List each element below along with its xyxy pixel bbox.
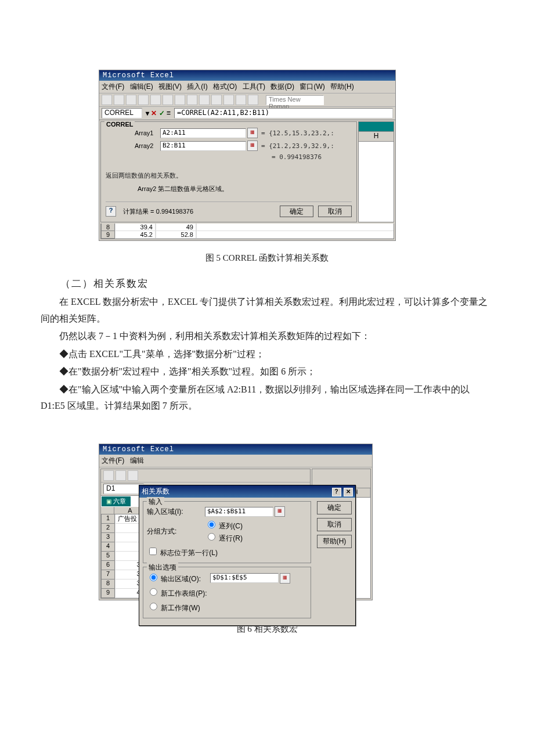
menu-tools[interactable]: 工具(T) [243, 82, 265, 91]
dropdown-icon[interactable]: ▾ [146, 109, 149, 117]
column-header-h[interactable]: H [359, 132, 394, 142]
bullet-1-text: 点击 EXCEL"工具"菜单，选择"数据分析"过程； [68, 349, 265, 359]
cell-b8[interactable]: 49 [156, 224, 196, 231]
function-name: CORREL [104, 121, 135, 128]
chart-icon[interactable] [236, 95, 246, 105]
row-header[interactable]: 8 [101, 579, 115, 589]
menu-window[interactable]: 窗口(W) [300, 82, 324, 91]
bullet-3: ◆在"输入区域"中输入两个变量所在区域 A2:B11，数据以列排列，输出区域选择… [41, 381, 493, 415]
new-icon[interactable] [103, 470, 114, 481]
array2-preview: = {21.2,23.9,32.9,: [261, 142, 334, 150]
labels-checkbox-label: 标志位于第一行(L) [160, 549, 218, 557]
bullet-1: ◆点击 EXCEL"工具"菜单，选择"数据分析"过程； [41, 346, 493, 363]
toolbar: Times New Roman [99, 93, 395, 107]
cell-a9[interactable]: 45.2 [115, 231, 156, 239]
row-header[interactable]: 4 [101, 542, 115, 552]
range-picker-icon[interactable]: ▦ [275, 506, 285, 517]
undo-icon[interactable] [187, 95, 197, 105]
menu-view[interactable]: 视图(V) [158, 82, 182, 91]
open-icon[interactable] [114, 95, 124, 105]
open-icon[interactable] [116, 470, 126, 481]
menu-file[interactable]: 文件(F) [102, 82, 124, 91]
row-header[interactable]: 5 [101, 552, 115, 561]
sort-asc-icon[interactable] [211, 95, 222, 105]
row-header[interactable]: 3 [101, 533, 115, 542]
array2-input[interactable]: B2:B11 [160, 141, 246, 151]
sort-desc-icon[interactable] [223, 95, 234, 105]
ok-button[interactable]: 确定 [317, 501, 352, 514]
help-icon[interactable]: ? [332, 488, 341, 496]
input-range-field[interactable]: $A$2:$B$11 [205, 507, 273, 517]
cut-icon[interactable] [150, 95, 161, 105]
formula-bar: CORREL ▾ ✕ ✓ = =CORREL(A2:A11,B2:B11) [99, 107, 395, 120]
function-arguments-dialog: CORREL Array1 A2:A11 ▦ = {12.5,15.3,23.2… [100, 121, 357, 222]
redo-icon[interactable] [199, 95, 210, 105]
cancel-button[interactable]: 取消 [318, 206, 352, 217]
workbook-tab[interactable]: ▣ 六章 [102, 496, 131, 506]
menu-file[interactable]: 文件(F) [102, 456, 124, 465]
select-all-corner[interactable] [101, 507, 114, 514]
by-row-label: 逐行(R) [219, 534, 243, 542]
function-description: 返回两组数值的相关系数。 [106, 171, 352, 180]
formula-input[interactable]: =CORREL(A2:A11,B2:B11) [174, 108, 393, 118]
save-icon[interactable] [126, 95, 136, 105]
name-box[interactable]: D1 [103, 484, 144, 494]
menu-edit[interactable]: 编辑(E) [130, 82, 153, 91]
paste-icon[interactable] [175, 95, 185, 105]
row-header[interactable]: 2 [101, 524, 115, 533]
row-header[interactable]: 6 [101, 561, 115, 570]
help-icon[interactable] [248, 95, 258, 105]
menu-insert[interactable]: 插入(I) [187, 82, 207, 91]
bullet-2: ◆在"数据分析"宏过程中，选择"相关系数"过程。如图 6 所示； [41, 363, 493, 380]
by-column-label: 逐列(C) [219, 522, 243, 530]
equals-icon[interactable]: = [167, 109, 171, 117]
copy-icon[interactable] [163, 95, 173, 105]
input-group: 输入 输入区域(I): $A$2:$B$11 ▦ 分组方式: 逐列(C) [143, 501, 311, 563]
confirm-edit-icon[interactable]: ✓ [159, 109, 165, 117]
cancel-button[interactable]: 取消 [317, 518, 352, 531]
cancel-edit-icon[interactable]: ✕ [151, 109, 157, 117]
output-range-label: 输出区域(O): [161, 575, 201, 583]
menu-bar: 文件(F) 编辑(E) 视图(V) 插入(I) 格式(O) 工具(T) 数据(D… [99, 81, 395, 93]
name-box[interactable]: CORREL [102, 108, 142, 118]
new-workbook-radio[interactable]: 新工作簿(W) [147, 601, 200, 613]
row-header-9[interactable]: 9 [101, 231, 115, 239]
row-header[interactable]: 9 [101, 589, 115, 598]
menu-data[interactable]: 数据(D) [270, 82, 294, 91]
by-column-radio[interactable]: 逐列(C) [205, 519, 243, 531]
labels-first-row-checkbox[interactable]: 标志位于第一行(L) [147, 546, 218, 558]
output-range-field[interactable]: $D$1:$E$5 [210, 573, 279, 583]
close-icon[interactable]: ✕ [344, 488, 353, 496]
print-icon[interactable] [138, 95, 149, 105]
ok-button[interactable]: 确定 [280, 206, 313, 217]
row-header-8[interactable]: 8 [101, 224, 115, 231]
cell-b9[interactable]: 52.8 [156, 231, 196, 239]
range-picker-icon[interactable]: ▦ [280, 573, 290, 584]
cell-empty[interactable] [196, 231, 394, 239]
menu-edit-partial[interactable]: 编辑 [130, 456, 144, 465]
help-icon[interactable]: ? [106, 206, 116, 217]
row-header[interactable]: 7 [101, 570, 115, 579]
new-icon[interactable] [102, 95, 112, 105]
output-range-radio[interactable]: 输出区域(O): [147, 572, 201, 584]
menu-help[interactable]: 帮助(H) [330, 82, 354, 91]
range-picker-icon[interactable]: ▦ [247, 128, 258, 138]
output-group: 输出选项 输出区域(O): $D$1:$E$5 ▦ 新工作表组(P): 新工作簿… [143, 567, 311, 618]
array1-input[interactable]: A2:A11 [160, 128, 246, 138]
array1-label: Array1 [135, 129, 160, 136]
by-row-radio[interactable]: 逐行(R) [205, 531, 243, 543]
row-header[interactable]: 1 [101, 514, 115, 524]
range-picker-icon[interactable]: ▦ [247, 141, 258, 151]
menu-format[interactable]: 格式(O) [213, 82, 237, 91]
new-worksheet-radio[interactable]: 新工作表组(P): [147, 586, 207, 599]
cell-a8[interactable]: 39.4 [115, 224, 156, 231]
figure6-excel-correlation-macro: Microsoft Excel 文件(F) 编辑 D1 ▾ [99, 444, 373, 600]
save-icon[interactable] [128, 470, 138, 481]
font-select[interactable]: Times New Roman [266, 95, 324, 105]
new-worksheet-label: 新工作表组(P): [161, 589, 207, 597]
arg-description: Array2 第二组数值单元格区域。 [138, 185, 352, 193]
help-button[interactable]: 帮助(H) [317, 535, 352, 548]
cell-empty[interactable] [196, 224, 394, 231]
bullet-3-text: 在"输入区域"中输入两个变量所在区域 A2:B11，数据以列排列，输出区域选择在… [41, 384, 470, 411]
body-text: （二）相关系数宏 在 EXCEL 数据分析宏中，EXCEL 专门提供了计算相关系… [41, 275, 493, 415]
